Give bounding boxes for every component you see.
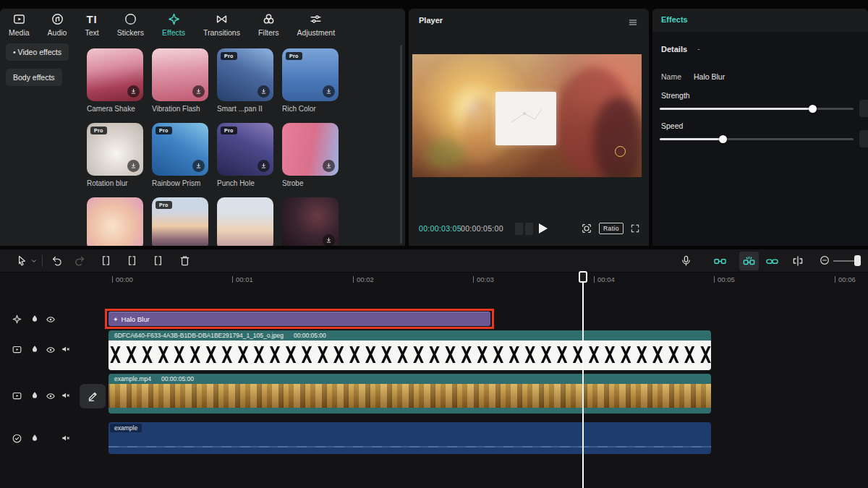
tab-media[interactable]: Media <box>9 12 30 37</box>
pro-badge: Pro <box>90 127 107 134</box>
audio-clip-track[interactable]: example <box>109 422 711 454</box>
redo-icon[interactable] <box>74 254 86 267</box>
fullscreen-icon[interactable] <box>630 223 640 234</box>
preview-ring-overlay <box>615 146 626 157</box>
link-toggle-icon[interactable] <box>765 254 779 268</box>
adjustment-icon <box>309 12 323 26</box>
player-controls: 00:00:03:05 00:00:05:00 Ratio <box>409 221 649 237</box>
current-time: 00:00:03:05 <box>419 224 461 233</box>
lock-track-icon[interactable] <box>30 314 40 324</box>
hide-track-icon[interactable] <box>46 391 56 401</box>
strength-slider-knob[interactable] <box>809 105 817 113</box>
download-icon[interactable] <box>192 160 205 172</box>
next-frame-button[interactable] <box>525 223 533 235</box>
clip-filmstrip-placeholder: XXXXXXXXXXXXXXXXXXXXXXXXXXXXXXXXXXXXXXXX… <box>109 341 711 370</box>
effect-card[interactable]: ProRich Color <box>282 48 339 113</box>
hide-track-icon[interactable] <box>46 314 56 325</box>
category-video-effects[interactable]: • Video effects <box>6 43 69 61</box>
pro-badge: Pro <box>221 127 237 134</box>
download-icon[interactable] <box>127 160 140 172</box>
playhead-handle[interactable] <box>579 271 587 283</box>
tab-effects[interactable]: Effects <box>162 12 185 37</box>
effect-card[interactable]: ProPunch Hole <box>217 123 273 187</box>
mute-track-icon[interactable] <box>61 344 71 354</box>
preview-blur-blob <box>593 98 642 177</box>
undo-icon[interactable] <box>51 254 63 267</box>
lock-track-icon[interactable] <box>30 390 40 401</box>
zoom-out-icon[interactable] <box>819 254 830 266</box>
split-left-icon[interactable] <box>126 254 138 267</box>
auto-snap-icon[interactable] <box>713 254 727 268</box>
download-icon[interactable] <box>258 160 270 172</box>
video-clip-track-2[interactable]: example.mp4 00:00:05:00 <box>109 374 711 414</box>
stickers-icon <box>124 12 137 26</box>
pro-badge: Pro <box>156 201 172 209</box>
transitions-icon <box>215 12 229 26</box>
effect-card[interactable]: Camera Shake <box>87 48 143 113</box>
effect-card[interactable]: ProRotation blur <box>87 123 143 187</box>
tab-adjustment[interactable]: Adjustment <box>297 12 336 37</box>
details-panel-title: Effects <box>661 15 688 24</box>
effect-card[interactable] <box>282 197 339 246</box>
mute-track-icon[interactable] <box>61 433 71 443</box>
timeline-ruler[interactable]: 00:00 00:01 00:02 00:03 00:04 00:05 00:0… <box>0 273 868 288</box>
select-tool-icon[interactable] <box>16 254 28 267</box>
lock-track-icon[interactable] <box>30 344 40 354</box>
scrollbar[interactable] <box>400 45 402 244</box>
tab-transitions[interactable]: Transitions <box>203 12 240 37</box>
strength-slider[interactable] <box>660 108 854 110</box>
download-icon[interactable] <box>192 85 205 98</box>
filters-icon <box>262 12 276 26</box>
category-body-effects[interactable]: Body effects <box>6 69 62 86</box>
clip-header: 6DFCA640-F633-4A3B-B1DB-DBA1BE291794_1_1… <box>109 330 711 341</box>
tab-audio[interactable]: Audio <box>48 12 67 37</box>
tab-filters[interactable]: Filters <box>258 12 279 37</box>
preview-axis-icon[interactable] <box>791 254 804 267</box>
effect-card[interactable] <box>87 197 143 246</box>
video-track-icon <box>12 390 22 401</box>
download-icon[interactable] <box>258 85 270 98</box>
effect-card[interactable]: Pro <box>152 197 208 246</box>
record-voiceover-icon[interactable] <box>680 254 692 267</box>
name-label: Name <box>661 72 681 81</box>
ruler-tick-label: 00:03 <box>477 275 494 283</box>
ruler-tick-label: 00:04 <box>597 275 615 283</box>
speed-slider-knob[interactable] <box>719 135 727 143</box>
tab-stickers[interactable]: Stickers <box>117 12 144 37</box>
ruler-tick-label: 00:06 <box>838 275 856 283</box>
tab-text[interactable]: TIText <box>85 12 98 37</box>
lock-track-icon[interactable] <box>30 433 40 443</box>
effect-card[interactable]: Vibration Flash <box>152 48 208 113</box>
effect-card[interactable] <box>217 197 273 246</box>
download-icon[interactable] <box>323 160 335 172</box>
mute-track-icon[interactable] <box>61 390 71 401</box>
effect-card[interactable]: ProSmart ...pan II <box>217 48 273 113</box>
video-clip-track-1[interactable]: 6DFCA640-F633-4A3B-B1DB-DBA1BE291794_1_1… <box>109 330 711 370</box>
split-icon[interactable] <box>100 254 112 267</box>
draw-edit-button[interactable] <box>80 384 106 408</box>
timeline-zoom-knob[interactable] <box>854 255 861 266</box>
prev-frame-button[interactable] <box>515 223 523 235</box>
player-menu-icon[interactable] <box>627 17 639 27</box>
speed-slider[interactable] <box>660 138 854 140</box>
video-preview[interactable] <box>412 54 642 177</box>
strength-value-box[interactable] <box>859 100 868 117</box>
play-button[interactable] <box>539 223 548 234</box>
effect-card[interactable]: ProRainbow Prism <box>152 123 208 187</box>
magnetic-toggle-active-box[interactable] <box>739 252 759 270</box>
download-icon[interactable] <box>323 85 335 98</box>
freeze-frame-icon[interactable] <box>581 223 592 234</box>
ratio-button[interactable]: Ratio <box>599 223 624 234</box>
effect-name-value: Halo Blur <box>694 72 725 81</box>
download-icon[interactable] <box>127 85 140 98</box>
select-tool-dropdown-icon[interactable] <box>30 257 38 265</box>
hide-track-icon[interactable] <box>46 345 56 355</box>
effect-card[interactable]: Strobe <box>282 123 339 187</box>
split-right-icon[interactable] <box>152 254 164 267</box>
media-library-panel: Media Audio TIText Stickers Effects Tran… <box>0 9 405 246</box>
download-icon[interactable] <box>323 234 335 246</box>
effect-track-icon <box>12 314 22 325</box>
delete-icon[interactable] <box>179 254 191 267</box>
speed-value-box[interactable] <box>859 130 868 147</box>
details-collapse-icon[interactable]: - <box>697 44 700 53</box>
